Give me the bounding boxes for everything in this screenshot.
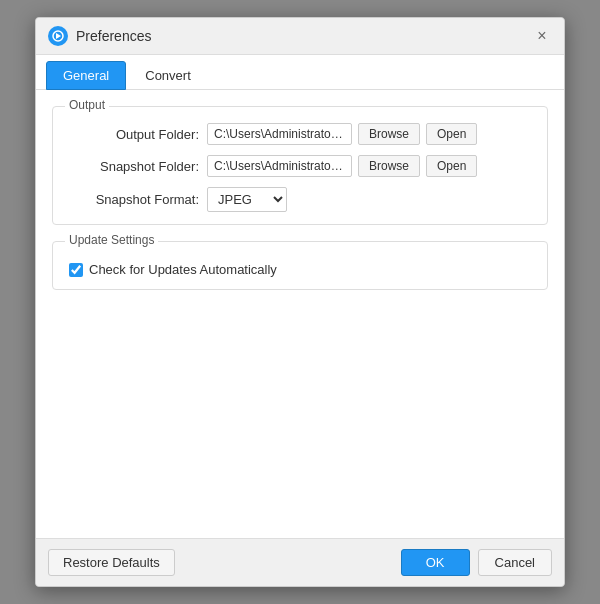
output-folder-row: Output Folder: Browse Open: [69, 123, 531, 145]
footer-right-buttons: OK Cancel: [401, 549, 552, 576]
snapshot-folder-open-button[interactable]: Open: [426, 155, 477, 177]
snapshot-folder-browse-button[interactable]: Browse: [358, 155, 420, 177]
output-folder-label: Output Folder:: [69, 127, 199, 142]
auto-update-row: Check for Updates Automatically: [69, 262, 531, 277]
title-bar: Preferences ×: [36, 18, 564, 55]
svg-marker-1: [56, 33, 61, 39]
dialog-title: Preferences: [76, 28, 151, 44]
tab-convert[interactable]: Convert: [128, 61, 208, 90]
content-area: Output Output Folder: Browse Open Snapsh…: [36, 90, 564, 538]
auto-update-label: Check for Updates Automatically: [89, 262, 277, 277]
snapshot-folder-row: Snapshot Folder: Browse Open: [69, 155, 531, 177]
tab-bar: General Convert: [36, 55, 564, 90]
title-bar-left: Preferences: [48, 26, 151, 46]
output-folder-input[interactable]: [207, 123, 352, 145]
output-folder-browse-button[interactable]: Browse: [358, 123, 420, 145]
ok-button[interactable]: OK: [401, 549, 470, 576]
snapshot-format-select[interactable]: JPEG PNG BMP: [207, 187, 287, 212]
update-settings-section: Update Settings Check for Updates Automa…: [52, 241, 548, 290]
snapshot-format-row: Snapshot Format: JPEG PNG BMP: [69, 187, 531, 212]
snapshot-format-label: Snapshot Format:: [69, 192, 199, 207]
snapshot-folder-label: Snapshot Folder:: [69, 159, 199, 174]
restore-defaults-button[interactable]: Restore Defaults: [48, 549, 175, 576]
tab-general[interactable]: General: [46, 61, 126, 90]
close-button[interactable]: ×: [532, 26, 552, 46]
output-folder-open-button[interactable]: Open: [426, 123, 477, 145]
snapshot-format-dropdown-wrap: JPEG PNG BMP: [207, 187, 287, 212]
auto-update-checkbox[interactable]: [69, 263, 83, 277]
output-section: Output Output Folder: Browse Open Snapsh…: [52, 106, 548, 225]
app-icon-svg: [51, 29, 65, 43]
footer: Restore Defaults OK Cancel: [36, 538, 564, 586]
snapshot-folder-input[interactable]: [207, 155, 352, 177]
update-settings-title: Update Settings: [65, 233, 158, 247]
app-icon: [48, 26, 68, 46]
output-section-title: Output: [65, 98, 109, 112]
cancel-button[interactable]: Cancel: [478, 549, 552, 576]
preferences-dialog: Preferences × General Convert Output Out…: [35, 17, 565, 587]
